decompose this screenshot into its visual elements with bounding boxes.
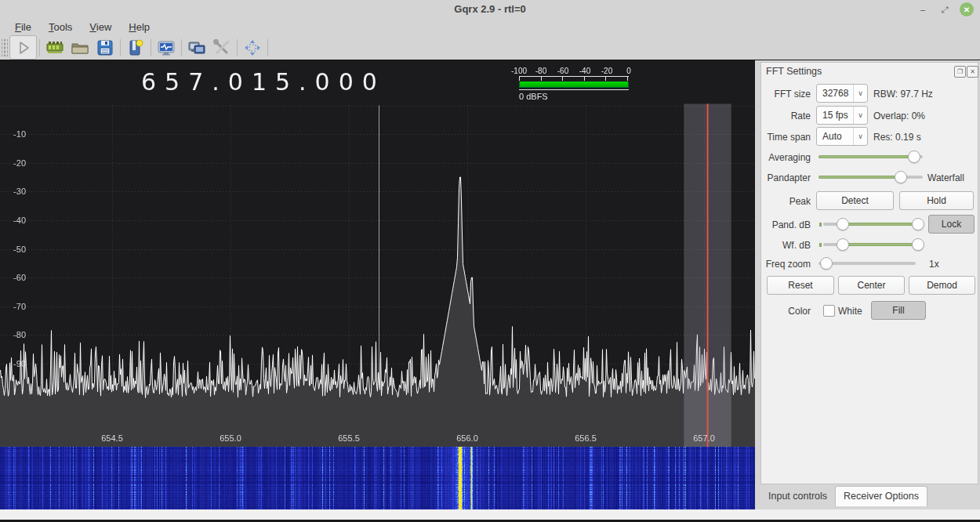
wf-db-range-slider[interactable] (819, 238, 923, 251)
window-title: Gqrx 2.9 - rtl=0 (0, 3, 980, 15)
color-label: Color (761, 306, 811, 317)
meter-tick-label: -20 (601, 67, 612, 75)
start-dsp-button[interactable] (9, 35, 37, 60)
dock-title: FFT Settings (766, 66, 822, 77)
menu-file[interactable]: File (8, 20, 38, 34)
fft-size-label: FFT size (761, 89, 811, 100)
time-span-select[interactable]: Auto ∨ (816, 127, 868, 146)
meter-tick-label: -40 (579, 67, 590, 75)
meter-value-label: 0 dBFS (519, 92, 629, 101)
folder-icon (71, 38, 89, 57)
meter-tick-label: -80 (535, 67, 546, 75)
toolbar-separator (120, 39, 121, 56)
meter-tick-label: -100 (511, 67, 527, 75)
memory-chip-icon (45, 38, 64, 57)
close-button[interactable]: ✕ (960, 2, 974, 16)
time-span-value: Auto (817, 131, 853, 142)
peak-label: Peak (761, 196, 811, 207)
time-span-label: Time span (761, 132, 811, 143)
toolbar-drag-handle[interactable] (2, 39, 8, 56)
bottom-strip (0, 509, 980, 520)
rate-select[interactable]: 15 fps ∨ (816, 106, 868, 125)
peak-detect-button[interactable]: Detect (816, 191, 894, 210)
overlap-value: Overlap: 0% (873, 111, 925, 121)
crossed-tools-icon (212, 38, 231, 57)
freq-zoom-value: 1x (929, 259, 939, 270)
meter-baseline (519, 89, 629, 90)
pan-move-button[interactable] (240, 37, 265, 59)
fft-size-value: 32768 (817, 88, 853, 99)
bookmark-icon (126, 38, 145, 57)
chevron-down-icon: ∨ (853, 85, 867, 102)
bookmarks-button[interactable] (123, 37, 148, 59)
meter-scale: -100-80-60-40-200 (519, 67, 629, 75)
freq-zoom-label: Freq zoom (761, 259, 811, 270)
toolbar (0, 35, 980, 60)
peak-hold-button[interactable]: Hold (899, 191, 974, 210)
remote-control-button[interactable] (184, 37, 209, 59)
reset-button[interactable]: Reset (767, 276, 834, 295)
minimize-button[interactable]: – (916, 2, 930, 16)
pand-db-lock-button[interactable]: Lock (928, 215, 975, 234)
maximize-button[interactable]: ⤢ (938, 2, 952, 16)
frequency-display[interactable]: 657.015.000 (141, 68, 376, 96)
dock-tabbar: Input controls Receiver Options (760, 486, 980, 506)
wf-db-label: Wf. dB (761, 240, 811, 251)
dock-float-icon[interactable]: ❐ (954, 66, 966, 78)
dock-splitter[interactable] (755, 60, 760, 509)
white-checkbox[interactable] (823, 305, 835, 317)
averaging-label: Averaging (761, 152, 811, 163)
demod-button[interactable]: Demod (909, 276, 975, 295)
play-icon (16, 40, 31, 56)
chevron-down-icon: ∨ (853, 128, 867, 145)
monitor-waveform-icon (157, 38, 176, 57)
networked-computers-icon (187, 38, 206, 57)
dsp-display-button[interactable] (154, 37, 179, 59)
meter-ruler (519, 76, 629, 81)
toolbar-separator (237, 39, 238, 56)
tab-input-controls[interactable]: Input controls (760, 487, 835, 506)
menu-view[interactable]: View (82, 20, 118, 34)
toolbar-separator (181, 39, 182, 56)
pandapter-label: Pandapter (761, 172, 811, 183)
fft-size-select[interactable]: 32768 ∨ (816, 84, 868, 103)
pandapter-waterfall-slider[interactable] (818, 171, 923, 183)
rate-label: Rate (761, 111, 811, 121)
meter-tick-label: 0 (626, 67, 631, 75)
rbw-value: RBW: 97.7 Hz (873, 89, 933, 100)
menubar: File Tools View Help (0, 19, 980, 35)
tools-button[interactable] (209, 37, 234, 59)
gqrx-window: Gqrx 2.9 - rtl=0 – ⤢ ✕ File Tools View H… (0, 0, 980, 522)
fft-settings-dock: FFT Settings ❐ ✕ FFT size 32768 ∨ RBW: 9… (760, 62, 978, 484)
save-settings-button[interactable] (93, 37, 118, 59)
tab-receiver-options[interactable]: Receiver Options (835, 486, 927, 506)
toolbar-separator (151, 39, 151, 56)
configure-io-button[interactable] (42, 37, 67, 59)
toolbar-separator (39, 39, 40, 56)
meter-level-bar (519, 82, 629, 88)
load-settings-button[interactable] (67, 37, 93, 59)
white-checkbox-label[interactable]: White (838, 306, 862, 317)
res-value: Res: 0.19 s (873, 132, 921, 143)
averaging-slider[interactable] (818, 150, 923, 163)
chevron-down-icon: ∨ (853, 107, 867, 124)
menu-tools[interactable]: Tools (42, 20, 79, 34)
meter-tick-label: -60 (557, 67, 568, 75)
center-button[interactable]: Center (838, 276, 905, 295)
dock-close-icon[interactable]: ✕ (967, 66, 978, 78)
pand-db-range-slider[interactable] (819, 218, 923, 230)
rate-value: 15 fps (817, 110, 853, 121)
pand-db-label: Pand. dB (761, 219, 811, 230)
signal-strength-meter: -100-80-60-40-200 0 dBFS (519, 67, 629, 101)
titlebar[interactable]: Gqrx 2.9 - rtl=0 – ⤢ ✕ (0, 0, 980, 19)
waterfall-canvas[interactable] (0, 447, 755, 509)
freq-zoom-slider[interactable] (818, 257, 916, 270)
spectrum-canvas[interactable] (0, 60, 755, 447)
toolbar-separator (267, 39, 268, 56)
fill-toggle-button[interactable]: Fill (871, 301, 926, 320)
menu-help[interactable]: Help (122, 20, 157, 34)
pandapter-area: 657.015.000 -100-80-60-40-200 0 dBFS (0, 60, 755, 509)
move-arrows-icon (243, 38, 262, 57)
floppy-disk-icon (96, 38, 114, 57)
waterfall-label: Waterfall (927, 172, 964, 183)
